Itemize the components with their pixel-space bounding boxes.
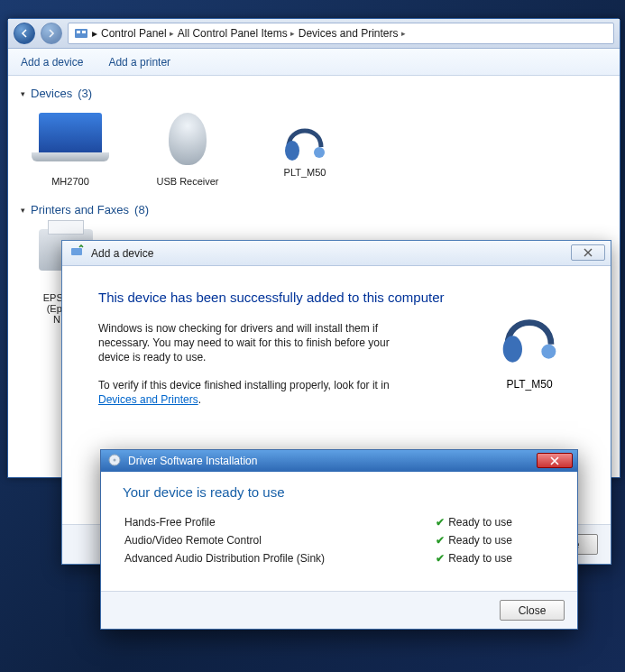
driver-heading: Your device is ready to use bbox=[123, 484, 556, 500]
devices-printers-link[interactable]: Devices and Printers bbox=[98, 393, 198, 406]
breadcrumb-item[interactable]: Control Panel▸ bbox=[101, 27, 174, 40]
wizard-heading: This device has been successfully added … bbox=[98, 290, 466, 305]
nav-back-button[interactable] bbox=[14, 23, 35, 44]
wizard-para2-post: . bbox=[198, 393, 201, 406]
address-bar: ▸ Control Panel▸ All Control Panel Items… bbox=[8, 19, 620, 49]
control-panel-icon bbox=[74, 26, 88, 41]
breadcrumb-item[interactable]: Devices and Printers▸ bbox=[299, 27, 406, 40]
table-row: Audio/Video Remote Control ✔Ready to use bbox=[124, 532, 554, 548]
nav-forward-button[interactable] bbox=[41, 23, 62, 44]
chevron-right-icon: ▸ bbox=[92, 27, 97, 40]
collapse-icon: ▾ bbox=[21, 206, 25, 215]
section-count: (3) bbox=[78, 87, 92, 100]
chevron-right-icon: ▸ bbox=[170, 29, 174, 38]
wizard-titlebar[interactable]: Add a device bbox=[62, 241, 611, 266]
headset-icon bbox=[278, 113, 332, 167]
wizard-title-text: Add a device bbox=[91, 247, 153, 260]
profile-name: Hands-Free Profile bbox=[124, 514, 434, 530]
breadcrumb-label: All Control Panel Items bbox=[178, 27, 288, 40]
add-device-command[interactable]: Add a device bbox=[21, 56, 83, 69]
driver-close-button[interactable]: Close bbox=[500, 600, 565, 621]
devices-grid: MH2700 USB Receiver PLT_M50 bbox=[21, 104, 607, 199]
driver-title-text: Driver Software Installation bbox=[128, 455, 257, 467]
section-header-devices[interactable]: ▾ Devices (3) bbox=[21, 87, 607, 100]
table-row: Hands-Free Profile ✔Ready to use bbox=[124, 514, 554, 530]
command-bar: Add a device Add a printer bbox=[8, 49, 620, 76]
wizard-para2-pre: To verify if this device finished instal… bbox=[98, 379, 390, 391]
laptop-icon bbox=[34, 113, 106, 170]
disc-icon bbox=[108, 454, 121, 469]
check-icon: ✔ bbox=[436, 516, 445, 529]
wizard-paragraph: To verify if this device finished instal… bbox=[98, 378, 423, 407]
svg-point-7 bbox=[541, 345, 556, 359]
device-item[interactable]: USB Receiver bbox=[147, 113, 228, 187]
device-label: USB Receiver bbox=[147, 176, 228, 187]
wizard-device-name: PLT_M50 bbox=[484, 378, 574, 391]
section-title: Printers and Faxes bbox=[31, 203, 129, 216]
driver-install-dialog: Driver Software Installation Your device… bbox=[100, 449, 578, 630]
profile-name: Advanced Audio Distribution Profile (Sin… bbox=[124, 550, 434, 566]
device-label: MH2700 bbox=[30, 176, 111, 187]
svg-point-3 bbox=[285, 141, 299, 161]
breadcrumb[interactable]: ▸ Control Panel▸ All Control Panel Items… bbox=[68, 23, 614, 44]
profile-status: ✔Ready to use bbox=[436, 550, 554, 566]
check-icon: ✔ bbox=[436, 534, 445, 547]
add-printer-command[interactable]: Add a printer bbox=[108, 56, 170, 69]
svg-point-9 bbox=[114, 458, 116, 461]
collapse-icon: ▾ bbox=[21, 89, 25, 98]
table-row: Advanced Audio Distribution Profile (Sin… bbox=[124, 550, 554, 566]
device-label: PLT_M50 bbox=[264, 167, 345, 178]
wizard-paragraph: Windows is now checking for drivers and … bbox=[98, 321, 423, 365]
check-icon: ✔ bbox=[436, 552, 445, 565]
svg-rect-5 bbox=[71, 248, 82, 255]
profile-status: ✔Ready to use bbox=[436, 514, 554, 530]
section-header-printers[interactable]: ▾ Printers and Faxes (8) bbox=[21, 203, 607, 216]
driver-titlebar[interactable]: Driver Software Installation bbox=[101, 450, 577, 472]
headset-icon bbox=[493, 299, 565, 371]
svg-rect-1 bbox=[77, 31, 80, 33]
device-item[interactable]: MH2700 bbox=[30, 113, 111, 187]
driver-body: Your device is ready to use Hands-Free P… bbox=[101, 472, 577, 574]
chevron-right-icon: ▸ bbox=[290, 29, 295, 38]
breadcrumb-label: Devices and Printers bbox=[299, 27, 399, 40]
driver-footer: Close bbox=[101, 591, 577, 629]
device-wizard-icon bbox=[69, 244, 84, 262]
driver-status-table: Hands-Free Profile ✔Ready to use Audio/V… bbox=[123, 512, 556, 568]
mouse-icon bbox=[152, 113, 224, 170]
section-count: (8) bbox=[134, 203, 149, 216]
chevron-right-icon: ▸ bbox=[401, 29, 406, 38]
svg-rect-2 bbox=[82, 31, 86, 33]
section-title: Devices bbox=[31, 87, 72, 100]
breadcrumb-label: Control Panel bbox=[101, 27, 167, 40]
svg-point-6 bbox=[503, 336, 522, 362]
breadcrumb-item[interactable]: All Control Panel Items▸ bbox=[178, 27, 295, 40]
profile-name: Audio/Video Remote Control bbox=[124, 532, 434, 548]
svg-point-4 bbox=[314, 147, 325, 158]
device-item[interactable]: PLT_M50 bbox=[264, 113, 345, 187]
wizard-close-button[interactable] bbox=[571, 244, 605, 261]
profile-status: ✔Ready to use bbox=[436, 532, 554, 548]
driver-close-x-button[interactable] bbox=[537, 453, 573, 468]
